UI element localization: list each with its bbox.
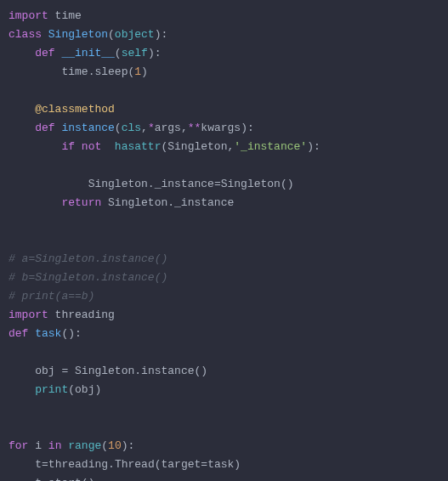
code-line: @classmethod — [9, 103, 115, 116]
code-line: def instance(cls,*args,**kwargs): — [9, 122, 254, 134]
code-token: i — [35, 439, 42, 452]
code-token — [9, 421, 15, 433]
code-token: time — [61, 65, 88, 78]
code-token: ) — [141, 65, 148, 78]
code-token: in — [42, 439, 68, 452]
code-token: _instance — [174, 196, 234, 209]
code-token: ( — [115, 122, 122, 134]
code-token: class — [9, 28, 48, 41]
code-line — [9, 159, 15, 172]
code-token: ) — [287, 178, 294, 190]
code-token: threading — [48, 458, 108, 471]
code-line: for i in range(10): — [9, 439, 134, 452]
code-token: : — [155, 47, 162, 59]
code-token: : — [128, 439, 135, 452]
code-token: # a=Singleton.instance() — [9, 252, 167, 265]
code-token: , — [181, 122, 188, 134]
code-token — [9, 458, 35, 471]
code-token: 10 — [108, 439, 122, 452]
code-line — [9, 421, 15, 433]
code-token: import — [9, 9, 55, 22]
code-token: kwargs — [201, 122, 241, 134]
code-token: args — [155, 122, 181, 134]
code-token: : — [75, 327, 82, 340]
code-token: Singleton — [108, 196, 167, 209]
code-token — [9, 365, 35, 377]
code-token — [9, 402, 15, 415]
code-token: ) — [201, 365, 207, 377]
code-token: , — [141, 122, 148, 134]
code-token: ) — [148, 47, 155, 59]
code-token: ( — [108, 28, 115, 41]
code-token: . — [148, 178, 155, 190]
code-token: not — [82, 140, 115, 153]
code-token: = — [201, 458, 207, 471]
code-line: import threading — [9, 308, 115, 321]
code-token — [9, 346, 15, 359]
code-token: target — [162, 458, 201, 471]
code-line — [9, 346, 15, 359]
code-token: return — [61, 196, 108, 209]
code-line — [9, 84, 15, 97]
code-token: start — [48, 477, 82, 481]
code-token: obj — [75, 383, 94, 396]
code-line: print(obj) — [9, 383, 101, 396]
code-line: if not hasattr(Singleton,'_instance'): — [9, 140, 320, 153]
code-line — [9, 402, 15, 415]
code-token: = — [61, 365, 75, 377]
code-line: time.sleep(1) — [9, 65, 148, 78]
code-line: Singleton._instance=Singleton() — [9, 178, 294, 190]
code-line: # b=Singleton.instance() — [9, 271, 167, 284]
code-line: obj = Singleton.instance() — [9, 365, 207, 377]
code-token: # print(a==b) — [9, 290, 94, 303]
code-token — [9, 103, 35, 116]
code-token: import — [9, 308, 55, 321]
code-token: ** — [188, 122, 201, 134]
code-line: class Singleton(object): — [9, 28, 167, 41]
code-token: 1 — [134, 65, 141, 78]
code-line: # a=Singleton.instance() — [9, 252, 167, 265]
code-token: object — [115, 28, 155, 41]
code-token: # b=Singleton.instance() — [9, 271, 167, 284]
code-token: : — [314, 140, 320, 153]
code-token: ( — [115, 47, 122, 59]
code-token: * — [148, 122, 155, 134]
code-token — [9, 159, 15, 172]
code-token: ) — [241, 122, 247, 134]
code-token: . — [134, 365, 141, 377]
code-token: sleep — [94, 65, 128, 78]
code-token: ) — [88, 477, 95, 481]
code-line: def __init__(self): — [9, 47, 162, 59]
code-token: ( — [82, 477, 88, 481]
code-token — [9, 140, 61, 153]
code-token: range — [68, 439, 101, 452]
code-token: : — [247, 122, 254, 134]
code-token: t — [35, 477, 42, 481]
code-token — [9, 65, 61, 78]
code-token: ) — [68, 327, 75, 340]
code-token: def — [35, 47, 61, 59]
code-line: t.start() — [9, 477, 94, 481]
code-token: time — [55, 9, 82, 22]
code-token: __init__ — [61, 47, 114, 59]
code-token: if — [61, 140, 81, 153]
code-token: def — [35, 122, 61, 134]
code-token: print — [35, 383, 68, 396]
code-token: Thread — [115, 458, 155, 471]
code-token: ( — [155, 458, 162, 471]
code-token: def — [9, 327, 35, 340]
code-line: import time — [9, 9, 82, 22]
code-line — [9, 215, 15, 228]
code-token — [9, 178, 88, 190]
code-token: Singleton — [48, 28, 108, 41]
code-token: Singleton — [221, 178, 281, 190]
code-token: : — [161, 28, 167, 41]
code-token: = — [42, 458, 48, 471]
code-line: t=threading.Thread(target=task) — [9, 458, 241, 471]
code-token: ) — [307, 140, 314, 153]
code-token: instance — [61, 122, 114, 134]
code-token: . — [108, 458, 115, 471]
code-token: self — [122, 47, 148, 59]
code-token — [9, 477, 35, 481]
code-token — [9, 196, 61, 209]
